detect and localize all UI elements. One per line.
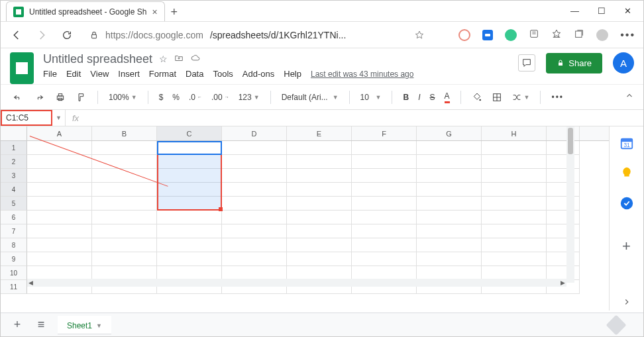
cell[interactable]	[222, 238, 287, 252]
cell[interactable]	[482, 183, 547, 197]
row-header[interactable]: 4	[1, 183, 27, 197]
add-sheet-button[interactable]: +	[10, 318, 25, 332]
comment-history-button[interactable]	[518, 54, 535, 72]
cell[interactable]	[417, 141, 482, 155]
cell[interactable]	[92, 224, 157, 238]
row-header[interactable]: 6	[1, 211, 27, 224]
cell[interactable]	[547, 238, 580, 252]
paint-format-button[interactable]	[74, 90, 89, 105]
menu-help[interactable]: Help	[284, 69, 301, 79]
select-all-cell[interactable]	[1, 126, 27, 140]
cell[interactable]	[222, 141, 287, 155]
cell[interactable]	[287, 211, 352, 224]
name-box-dropdown[interactable]: ▼	[52, 110, 66, 126]
cell[interactable]	[157, 252, 222, 266]
cell[interactable]	[482, 266, 547, 280]
cell[interactable]	[352, 211, 417, 224]
cell[interactable]	[222, 169, 287, 183]
row-header[interactable]: 3	[1, 169, 27, 183]
col-header[interactable]: H	[482, 126, 547, 140]
increase-decimal-button[interactable]: .00→	[209, 91, 232, 104]
cell[interactable]	[417, 211, 482, 224]
font-select[interactable]: Default (Ari...▼	[279, 91, 341, 104]
row-header[interactable]: 7	[1, 224, 27, 238]
cell[interactable]	[157, 224, 222, 238]
cell[interactable]	[417, 183, 482, 197]
cell[interactable]	[157, 266, 222, 280]
number-format-button[interactable]: 123▼	[236, 91, 262, 104]
url-box[interactable]: https://docs.google.com/spreadsheets/d/1…	[84, 30, 402, 40]
cell[interactable]	[27, 252, 92, 266]
cell[interactable]	[547, 183, 580, 197]
browser-tab[interactable]: Untitled spreadsheet - Google Sh ×	[6, 1, 165, 21]
fill-color-button[interactable]	[469, 90, 485, 105]
cell[interactable]	[417, 238, 482, 252]
close-tab-icon[interactable]: ×	[152, 7, 157, 17]
keep-icon[interactable]	[617, 164, 636, 181]
menu-data[interactable]: Data	[186, 69, 203, 79]
more-menu-icon[interactable]: •••	[620, 29, 635, 41]
zoom-select[interactable]: 100%▼	[106, 91, 140, 104]
cell[interactable]	[547, 141, 580, 155]
redo-button[interactable]	[31, 90, 47, 105]
undo-button[interactable]	[10, 90, 26, 105]
sheet-tab-dropdown-icon[interactable]: ▼	[96, 322, 102, 329]
cell[interactable]	[222, 155, 287, 169]
currency-button[interactable]: $	[156, 91, 166, 104]
menu-file[interactable]: File	[43, 69, 57, 79]
cell[interactable]	[157, 238, 222, 252]
cell[interactable]	[287, 266, 352, 280]
bold-button[interactable]: B	[400, 91, 411, 104]
back-button[interactable]	[9, 27, 25, 43]
document-title[interactable]: Untitled spreadsheet	[43, 52, 152, 66]
col-header[interactable]: C	[157, 126, 222, 140]
cell[interactable]	[352, 252, 417, 266]
cell[interactable]	[352, 224, 417, 238]
cell[interactable]	[287, 169, 352, 183]
cell[interactable]	[157, 169, 222, 183]
last-edit-link[interactable]: Last edit was 43 minutes ago	[311, 70, 413, 79]
cell[interactable]	[92, 266, 157, 280]
vertical-scrollbar[interactable]	[566, 126, 574, 283]
cell[interactable]	[417, 224, 482, 238]
cell[interactable]	[352, 266, 417, 280]
cell[interactable]	[352, 197, 417, 211]
favorites-icon[interactable]	[551, 28, 562, 42]
cell[interactable]	[417, 169, 482, 183]
cell[interactable]	[157, 183, 222, 197]
cell[interactable]	[547, 197, 580, 211]
page-star-icon[interactable]	[411, 27, 427, 43]
star-icon[interactable]: ☆	[159, 54, 168, 65]
menu-view[interactable]: View	[90, 69, 109, 79]
cell[interactable]	[547, 211, 580, 224]
sheet-tab-active[interactable]: Sheet1 ▼	[58, 316, 111, 334]
minimize-button[interactable]: —	[570, 6, 579, 16]
merge-button[interactable]: ▼	[509, 90, 533, 105]
cell[interactable]	[482, 224, 547, 238]
cell[interactable]	[27, 183, 92, 197]
cell[interactable]	[482, 141, 547, 155]
cell[interactable]	[352, 141, 417, 155]
cell[interactable]	[417, 266, 482, 280]
cell[interactable]	[482, 169, 547, 183]
collections-icon[interactable]	[574, 28, 584, 42]
sheets-logo-icon[interactable]	[10, 52, 34, 84]
cell[interactable]	[157, 141, 222, 155]
cell[interactable]	[27, 155, 92, 169]
cell[interactable]	[547, 224, 580, 238]
menu-addons[interactable]: Add-ons	[242, 69, 274, 79]
cell[interactable]	[222, 211, 287, 224]
row-header[interactable]: 9	[1, 252, 27, 266]
row-header[interactable]: 1	[1, 141, 27, 155]
cell[interactable]	[482, 238, 547, 252]
cell[interactable]	[222, 266, 287, 280]
ext-icon-1[interactable]	[458, 29, 470, 41]
calendar-icon[interactable]: 31	[617, 134, 636, 151]
cell[interactable]	[482, 197, 547, 211]
row-header[interactable]: 5	[1, 197, 27, 211]
ext-icon-2[interactable]	[482, 30, 493, 40]
cell[interactable]	[352, 238, 417, 252]
cell[interactable]	[27, 211, 92, 224]
cell[interactable]	[157, 211, 222, 224]
cell[interactable]	[27, 266, 92, 280]
